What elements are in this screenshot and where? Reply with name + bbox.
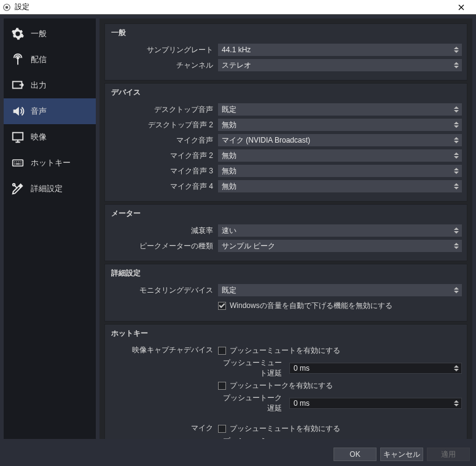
spinner-icon (452, 59, 461, 71)
monitoring-device-label: モニタリングデバイス (110, 285, 218, 296)
mic-audio3-label: マイク音声 3 (110, 166, 218, 176)
titlebar: 設定 (0, 0, 476, 15)
push-talk-delay-input[interactable]: 0 ms (289, 398, 462, 409)
spinner-icon (452, 224, 461, 237)
mic-audio4-select[interactable]: 無効 (218, 180, 462, 192)
output-icon (11, 79, 25, 92)
app-icon (2, 3, 11, 12)
spinner-icon (452, 119, 461, 131)
sidebar-item-label: 詳細設定 (31, 183, 63, 194)
desktop-audio-select[interactable]: 既定 (218, 103, 462, 116)
decay-rate-select[interactable]: 速い (218, 224, 462, 237)
antenna-icon (11, 53, 25, 66)
hotkey-group-video-capture: 映像キャプチャデバイス プッシューミュートを有効にする プッシューミュート遅延0… (110, 344, 462, 416)
sidebar-item-label: 映像 (31, 132, 47, 143)
dialog-footer: OK キャンセル 適用 (0, 443, 476, 466)
spinner-icon (452, 103, 461, 116)
sidebar-item-video[interactable]: 映像 (4, 124, 96, 150)
sidebar-item-label: 音声 (31, 106, 47, 117)
mic-audio-select[interactable]: マイク (NVIDIA Broadcast) (218, 134, 462, 146)
push-mute-delay-label: プッシューミュート遅延 (218, 358, 286, 379)
section-meters: メーター 減衰率速い ピークメーターの種類サンプル ピーク (104, 204, 467, 261)
content-pane: 一般 サンプリングレート 44.1 kHz チャンネル ステレオ (99, 18, 472, 439)
spinner-icon (452, 149, 461, 162)
spinner-icon (452, 284, 461, 296)
ok-button[interactable]: OK (334, 448, 377, 461)
apply-button[interactable]: 適用 (427, 448, 470, 461)
spinner-icon (452, 165, 461, 177)
spinner-icon (452, 44, 461, 56)
push-talk-enable-label: プッシュートークを有効にする (230, 381, 333, 391)
monitoring-device-select[interactable]: 既定 (218, 284, 462, 296)
mic-audio2-label: マイク音声 2 (110, 151, 218, 161)
gear-icon (11, 27, 25, 41)
svg-point-6 (13, 184, 15, 186)
disable-ducking-label: Windowsの音量を自動で下げる機能を無効にする (230, 301, 392, 311)
push-mute-delay-input[interactable]: 0 ms (289, 363, 462, 374)
sample-rate-select[interactable]: 44.1 kHz (218, 44, 462, 56)
keyboard-icon (11, 156, 25, 170)
spinner-icon (452, 363, 461, 373)
spinner-icon (452, 398, 461, 408)
sidebar-item-advanced[interactable]: 詳細設定 (4, 176, 96, 202)
svg-point-1 (6, 6, 9, 9)
section-title: メーター (110, 208, 462, 219)
desktop-audio-label: デスクトップ音声 (110, 105, 218, 115)
spinner-icon (452, 134, 461, 146)
hotkey-group-label: マイク (110, 422, 218, 439)
peak-type-label: ピークメーターの種類 (110, 241, 218, 251)
section-title: 詳細設定 (110, 268, 462, 278)
spinner-icon (452, 180, 461, 192)
section-title: デバイス (110, 87, 462, 98)
window-title: 設定 (15, 2, 449, 12)
channels-label: チャンネル (110, 60, 218, 71)
sidebar-item-label: ホットキー (31, 157, 71, 168)
cancel-button[interactable]: キャンセル (380, 448, 423, 461)
mic-audio3-select[interactable]: 無効 (218, 165, 462, 177)
hotkey-group-label: 映像キャプチャデバイス (110, 344, 218, 416)
sidebar-item-general[interactable]: 一般 (4, 21, 96, 47)
svg-rect-5 (13, 160, 23, 166)
spinner-icon (452, 240, 461, 252)
mic-audio4-label: マイク音声 4 (110, 181, 218, 192)
section-advanced: 詳細設定 モニタリングデバイス既定 Windowsの音量を自動で下げる機能を無効… (104, 264, 467, 322)
section-devices: デバイス デスクトップ音声既定 デスクトップ音声 2無効 マイク音声マイク (N… (104, 83, 467, 202)
push-mute-enable-label: プッシューミュートを有効にする (230, 346, 340, 356)
hotkey-group-mic: マイク プッシューミュートを有効にする プッシューミュート遅延0 ms プッシュ… (110, 422, 462, 439)
section-title: 一般 (110, 28, 462, 38)
push-mute-enable-checkbox[interactable] (218, 425, 226, 433)
monitor-icon (11, 130, 25, 144)
push-mute-delay-label: プッシューミュート遅延 (218, 436, 286, 439)
section-title: ホットキー (110, 328, 462, 339)
push-talk-enable-checkbox[interactable] (218, 382, 226, 390)
mic-audio2-select[interactable]: 無効 (218, 149, 462, 162)
sidebar-item-audio[interactable]: 音声 (4, 98, 96, 124)
push-mute-enable-label: プッシューミュートを有効にする (230, 424, 340, 434)
sidebar-item-output[interactable]: 出力 (4, 73, 96, 98)
tools-icon (11, 182, 25, 195)
sidebar-item-label: 一般 (31, 28, 47, 39)
sidebar-item-label: 出力 (31, 80, 47, 91)
push-talk-delay-label: プッシュートーク遅延 (218, 393, 286, 414)
section-general: 一般 サンプリングレート 44.1 kHz チャンネル ステレオ (104, 23, 467, 81)
sidebar-item-hotkeys[interactable]: ホットキー (4, 150, 96, 176)
desktop-audio2-select[interactable]: 無効 (218, 119, 462, 131)
channels-select[interactable]: ステレオ (218, 59, 462, 71)
section-hotkeys: ホットキー 映像キャプチャデバイス プッシューミュートを有効にする プッシューミ… (104, 324, 467, 439)
svg-rect-4 (13, 133, 23, 140)
speaker-icon (11, 105, 25, 118)
sidebar-item-label: 配信 (31, 54, 47, 65)
decay-rate-label: 減衰率 (110, 226, 218, 236)
sidebar-item-stream[interactable]: 配信 (4, 47, 96, 73)
push-mute-enable-checkbox[interactable] (218, 347, 226, 355)
peak-type-select[interactable]: サンプル ピーク (218, 240, 462, 252)
disable-ducking-checkbox[interactable] (218, 302, 226, 310)
desktop-audio2-label: デスクトップ音声 2 (110, 120, 218, 130)
close-button[interactable] (449, 0, 474, 14)
sample-rate-label: サンプリングレート (110, 45, 218, 55)
sidebar: 一般 配信 出力 音声 映像 (4, 18, 96, 439)
mic-audio-label: マイク音声 (110, 135, 218, 146)
